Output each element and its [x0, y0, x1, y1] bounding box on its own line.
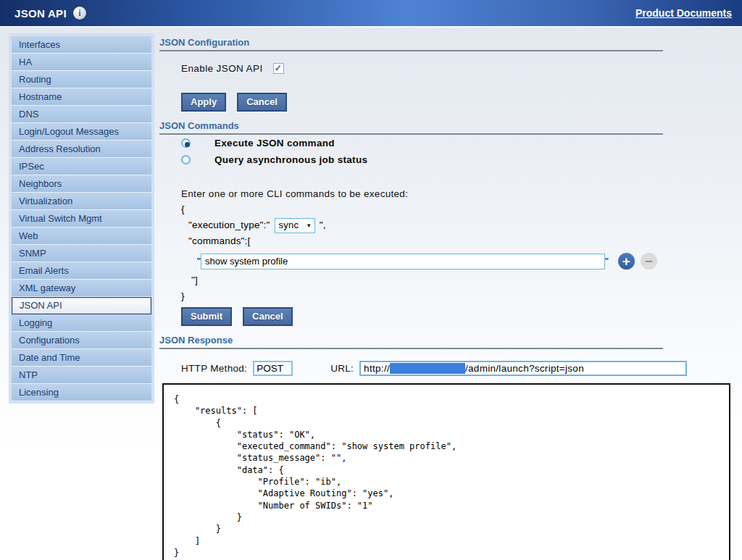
execution-type-line: "execution_type":" sync ▾ ",: [188, 217, 736, 233]
sidebar-item-ntp[interactable]: NTP: [12, 367, 151, 384]
execution-type-value: sync: [279, 217, 299, 233]
section-rule: [159, 348, 663, 349]
enable-json-api-checkbox[interactable]: ✓: [273, 63, 284, 74]
url-prefix: http://: [364, 363, 390, 374]
info-icon[interactable]: i: [73, 7, 86, 20]
sidebar-menu: InterfacesHARoutingHostnameDNSLogin/Logo…: [9, 33, 154, 404]
sidebar-item-interfaces[interactable]: Interfaces: [12, 36, 151, 54]
chevron-down-icon: ▾: [307, 217, 311, 233]
execution-type-pre: "execution_type":": [188, 217, 270, 233]
sidebar-item-email-alerts[interactable]: Email Alerts: [12, 262, 151, 280]
url-redacted-block: [390, 363, 465, 374]
top-header-bar: JSON API i Product Documents: [0, 0, 742, 28]
plus-icon: +: [622, 254, 630, 268]
cli-command-input[interactable]: [201, 254, 605, 269]
json-open-brace: {: [181, 201, 736, 217]
execute-json-command-radio[interactable]: [181, 138, 191, 148]
execute-json-command-label: Execute JSON command: [214, 138, 335, 149]
sidebar-item-routing[interactable]: Routing: [12, 71, 151, 88]
radio-row-query: Query asynchronous job status: [181, 151, 736, 168]
command-input-line: " " + −: [197, 253, 736, 269]
sidebar-item-neighbors[interactable]: Neighbors: [12, 175, 151, 193]
query-async-job-status-label: Query asynchronous job status: [214, 154, 367, 165]
minus-icon: −: [645, 254, 653, 268]
url-suffix: /admin/launch?script=json: [465, 363, 584, 374]
http-method-input[interactable]: [253, 361, 293, 376]
add-command-button[interactable]: +: [618, 253, 635, 269]
http-method-label: HTTP Method:: [181, 363, 247, 374]
section-rule: [159, 50, 663, 51]
sidebar-item-address-resolution[interactable]: Address Resolution: [12, 141, 151, 158]
radio-row-execute: Execute JSON command: [181, 135, 736, 151]
sidebar-item-login-logout-messages[interactable]: Login/Logout Messages: [12, 123, 151, 141]
section-title-json-response: JSON Response: [159, 335, 736, 346]
sidebar-item-virtual-switch-mgmt[interactable]: Virtual Switch Mgmt: [12, 210, 151, 227]
command-quote-close: ": [605, 254, 609, 269]
sidebar-item-virtualization[interactable]: Virtualization: [12, 193, 151, 210]
sidebar-item-configurations[interactable]: Configurations: [12, 332, 151, 349]
sidebar-item-xml-gateway[interactable]: XML gateway: [12, 280, 151, 297]
query-async-job-status-radio[interactable]: [181, 155, 191, 164]
json-response-output: { "results": [ { "status": "OK", "execut…: [162, 383, 730, 560]
sidebar-item-logging[interactable]: Logging: [12, 314, 151, 332]
product-documents-link[interactable]: Product Documents: [635, 7, 732, 19]
json-array-close: "]: [191, 272, 736, 288]
sidebar-item-json-api[interactable]: JSON API: [12, 297, 151, 314]
section-title-json-configuration: JSON Configuration: [159, 37, 736, 48]
commands-cancel-button[interactable]: Cancel: [243, 307, 293, 326]
execution-type-select[interactable]: sync ▾: [275, 218, 315, 233]
sidebar-item-date-and-time[interactable]: Date and Time: [12, 349, 151, 367]
remove-command-button[interactable]: −: [641, 253, 657, 269]
commands-buttons-row: Submit Cancel: [181, 307, 736, 326]
main-content: JSON Configuration Enable JSON API ✓ App…: [159, 33, 736, 560]
sidebar-item-dns[interactable]: DNS: [12, 106, 151, 123]
submit-button[interactable]: Submit: [181, 307, 232, 326]
cli-commands-prompt: Enter one or more CLI commands to be exe…: [181, 188, 736, 199]
sidebar-item-hostname[interactable]: Hostname: [12, 88, 151, 106]
sidebar-item-web[interactable]: Web: [12, 227, 151, 245]
apply-button[interactable]: Apply: [181, 93, 226, 112]
sidebar-item-licensing[interactable]: Licensing: [12, 384, 151, 401]
config-cancel-button[interactable]: Cancel: [237, 93, 287, 112]
commands-open-line: "commands":[: [188, 233, 736, 249]
sidebar-item-snmp[interactable]: SNMP: [12, 245, 151, 262]
url-input[interactable]: http:// /admin/launch?script=json: [359, 361, 687, 376]
section-title-json-commands: JSON Commands: [159, 120, 736, 131]
enable-json-api-label: Enable JSON API: [181, 63, 263, 74]
sidebar-item-ha[interactable]: HA: [12, 54, 151, 71]
enable-json-api-row: Enable JSON API ✓: [181, 63, 736, 74]
config-buttons-row: Apply Cancel: [181, 93, 736, 112]
url-label: URL:: [330, 363, 354, 374]
json-response-text: { "results": [ { "status": "OK", "execut…: [164, 385, 729, 559]
page-title: JSON API: [14, 7, 67, 20]
execution-type-post: ",: [320, 217, 326, 233]
page-layout: InterfacesHARoutingHostnameDNSLogin/Logo…: [0, 28, 742, 560]
http-method-row: HTTP Method: URL: http:// /admin/launch?…: [181, 361, 736, 376]
sidebar-item-ipsec[interactable]: IPSec: [12, 158, 151, 175]
json-close-brace: }: [181, 288, 736, 304]
